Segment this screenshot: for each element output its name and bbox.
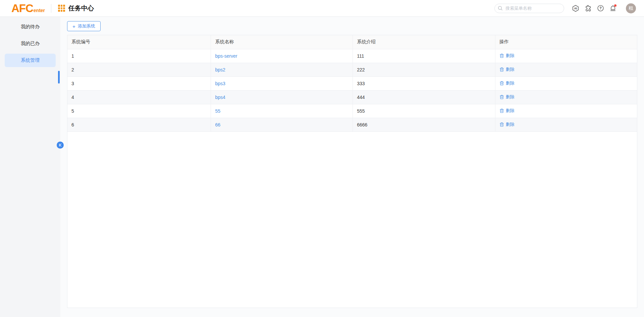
cell-system-id: 6 [67,118,211,131]
cell-system-desc: 444 [353,90,495,104]
cell-system-id: 2 [67,63,211,76]
sidebar-item-my-done[interactable]: 我的已办 [5,37,56,50]
trash-icon [499,67,504,72]
delete-button[interactable]: 删除 [499,80,515,86]
system-name-link[interactable]: 55 [215,108,220,114]
sidebar-item-system-management[interactable]: 系统管理 [5,54,56,67]
cell-system-id: 3 [67,76,211,90]
table-row: 1 bps-server 111 删除 [67,49,637,63]
cell-system-id: 4 [67,90,211,104]
active-item-indicator [58,71,60,84]
notification-icon[interactable] [609,4,617,12]
system-name-link[interactable]: 66 [215,122,220,127]
trash-icon [499,108,504,113]
delete-label: 删除 [506,94,515,100]
delete-button[interactable]: 删除 [499,121,515,127]
trash-icon [499,122,504,127]
delete-label: 删除 [506,66,515,72]
column-header-system-desc: 系统介绍 [353,35,495,49]
trash-icon [499,81,504,86]
app-grid-icon[interactable] [58,5,65,12]
sidebar-item-my-todo[interactable]: 我的待办 [5,20,56,34]
cell-system-desc: 222 [353,63,495,76]
menu-search [494,4,564,13]
systems-table-container: 系统编号 系统名称 系统介绍 操作 1 bps-server 111 删除 2 … [67,35,637,308]
main-content: + 添加系统 系统编号 系统名称 系统介绍 操作 1 bps-server 11… [60,17,644,317]
plus-icon: + [72,24,75,29]
sidebar-collapse-toggle[interactable] [57,142,64,149]
svg-text:AI: AI [574,7,577,10]
table-row: 5 55 555 删除 [67,104,637,118]
svg-text:?: ? [599,6,601,10]
sidebar-item-label: 系统管理 [21,57,40,63]
delete-label: 删除 [506,53,515,59]
system-name-link[interactable]: bps4 [215,95,225,100]
brand-logo[interactable]: AFC enter [11,3,45,14]
table-row: 3 bps3 333 删除 [67,76,637,90]
page-title: 任务中心 [68,4,94,13]
table-row: 2 bps2 222 删除 [67,63,637,76]
ai-assistant-icon[interactable]: AI [572,4,580,12]
collapse-left-icon [58,143,62,147]
system-name-link[interactable]: bps2 [215,67,225,72]
header-divider [51,4,51,13]
notification-badge [614,4,616,7]
trash-icon [499,53,504,58]
delete-label: 删除 [506,80,515,86]
avatar-text: 租 [629,5,633,11]
sidebar-item-label: 我的已办 [21,41,40,47]
app-header: AFC enter 任务中心 AI ? [0,0,644,17]
search-input[interactable] [494,4,564,13]
table-header-row: 系统编号 系统名称 系统介绍 操作 [67,35,637,49]
delete-button[interactable]: 删除 [499,66,515,72]
cell-system-desc: 555 [353,104,495,118]
user-avatar[interactable]: 租 [626,3,636,13]
column-header-system-name: 系统名称 [211,35,353,49]
column-header-system-id: 系统编号 [67,35,211,49]
cell-system-desc: 333 [353,76,495,90]
cell-system-desc: 111 [353,49,495,63]
brand-logo-main: AFC [11,3,33,14]
cell-system-id: 5 [67,104,211,118]
sidebar-item-label: 我的待办 [21,24,40,30]
delete-button[interactable]: 删除 [499,108,515,114]
delete-button[interactable]: 删除 [499,94,515,100]
add-system-label: 添加系统 [78,23,95,29]
brand-logo-sub: enter [34,8,45,13]
search-icon [498,6,503,11]
help-icon[interactable]: ? [596,4,604,12]
table-row: 4 bps4 444 删除 [67,90,637,104]
table-body: 1 bps-server 111 删除 2 bps2 222 删除 3 bps3… [67,49,637,131]
delete-label: 删除 [506,108,515,114]
header-icons: AI ? 租 [572,3,636,13]
delete-label: 删除 [506,121,515,127]
systems-table: 系统编号 系统名称 系统介绍 操作 1 bps-server 111 删除 2 … [67,35,637,132]
delete-button[interactable]: 删除 [499,53,515,59]
table-row: 6 66 6666 删除 [67,118,637,131]
add-system-button[interactable]: + 添加系统 [67,21,101,31]
sidebar: 我的待办 我的已办 系统管理 [0,17,60,317]
cell-system-id: 1 [67,49,211,63]
system-name-link[interactable]: bps-server [215,53,237,59]
system-name-link[interactable]: bps3 [215,81,225,86]
trash-icon [499,95,504,99]
column-header-actions: 操作 [495,35,637,49]
plugin-icon[interactable] [584,4,592,12]
cell-system-desc: 6666 [353,118,495,131]
